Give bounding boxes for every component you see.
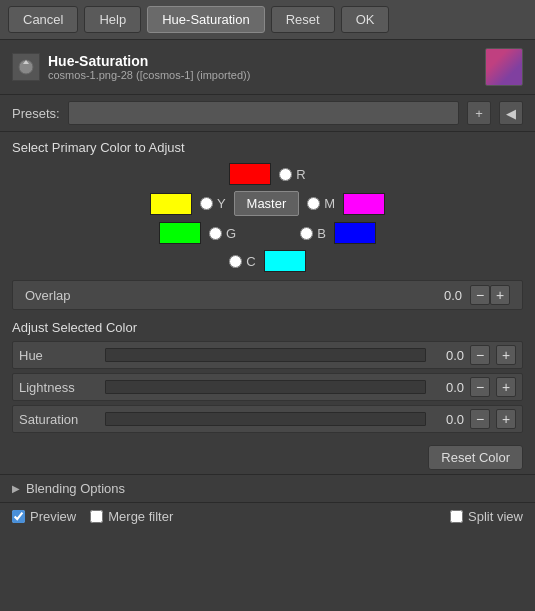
- cancel-button[interactable]: Cancel: [8, 6, 78, 33]
- select-color-title: Select Primary Color to Adjust: [0, 132, 535, 159]
- hue-slider[interactable]: [105, 348, 426, 362]
- c-row: C: [229, 250, 305, 272]
- m-swatch[interactable]: [343, 193, 385, 215]
- hue-increase-button[interactable]: +: [496, 345, 516, 365]
- help-button[interactable]: Help: [84, 6, 141, 33]
- blending-options-row[interactable]: ▶ Blending Options: [0, 474, 535, 502]
- overlap-decrease-button[interactable]: −: [470, 285, 490, 305]
- m-radio-label[interactable]: M: [307, 196, 335, 211]
- master-button[interactable]: Master: [234, 191, 300, 216]
- header: Hue-Saturation cosmos-1.png-28 ([cosmos-…: [0, 40, 535, 95]
- r-label: R: [296, 167, 305, 182]
- b-radio[interactable]: [300, 227, 313, 240]
- blending-arrow-icon: ▶: [12, 483, 20, 494]
- ym-row: Y Master M: [150, 191, 385, 216]
- saturation-value: 0.0: [432, 412, 464, 427]
- toolbar: Cancel Help Hue-Saturation Reset OK: [0, 0, 535, 40]
- lightness-label: Lightness: [19, 380, 99, 395]
- reset-color-button[interactable]: Reset Color: [428, 445, 523, 470]
- header-icon: [12, 53, 40, 81]
- presets-row: Presets: + ◀: [0, 95, 535, 132]
- g-label: G: [226, 226, 236, 241]
- saturation-decrease-button[interactable]: −: [470, 409, 490, 429]
- y-radio[interactable]: [200, 197, 213, 210]
- b-swatch[interactable]: [334, 222, 376, 244]
- y-radio-label[interactable]: Y: [200, 196, 226, 211]
- b-label: B: [317, 226, 326, 241]
- split-view-checkbox[interactable]: [450, 510, 463, 523]
- bottom-bar: Preview Merge filter Split view: [0, 502, 535, 530]
- hue-value: 0.0: [432, 348, 464, 363]
- adjust-title: Adjust Selected Color: [12, 320, 523, 335]
- m-radio[interactable]: [307, 197, 320, 210]
- hue-label: Hue: [19, 348, 99, 363]
- reset-color-row: Reset Color: [0, 441, 535, 474]
- split-view-checkbox-label[interactable]: Split view: [450, 509, 523, 524]
- hue-row: Hue 0.0 − +: [12, 341, 523, 369]
- adjust-section: Adjust Selected Color Hue 0.0 − + Lightn…: [0, 314, 535, 441]
- merge-filter-checkbox[interactable]: [90, 510, 103, 523]
- preview-checkbox-label[interactable]: Preview: [12, 509, 76, 524]
- saturation-increase-button[interactable]: +: [496, 409, 516, 429]
- g-swatch[interactable]: [159, 222, 201, 244]
- lightness-row: Lightness 0.0 − +: [12, 373, 523, 401]
- r-radio-label[interactable]: R: [279, 167, 305, 182]
- presets-select[interactable]: [68, 101, 459, 125]
- hue-decrease-button[interactable]: −: [470, 345, 490, 365]
- y-swatch[interactable]: [150, 193, 192, 215]
- dialog-title: Hue-Saturation: [48, 53, 485, 69]
- gb-row: G B: [159, 222, 376, 244]
- c-label: C: [246, 254, 255, 269]
- thumbnail-preview: [485, 48, 523, 86]
- b-radio-label[interactable]: B: [300, 226, 326, 241]
- dialog-subtitle: cosmos-1.png-28 ([cosmos-1] (imported)): [48, 69, 485, 81]
- reset-button[interactable]: Reset: [271, 6, 335, 33]
- c-radio[interactable]: [229, 255, 242, 268]
- lightness-increase-button[interactable]: +: [496, 377, 516, 397]
- merge-filter-label: Merge filter: [108, 509, 173, 524]
- preset-options-button[interactable]: ◀: [499, 101, 523, 125]
- overlap-row: Overlap 0.0 − +: [12, 280, 523, 310]
- g-radio-label[interactable]: G: [209, 226, 236, 241]
- color-grid: R Y Master M G: [30, 163, 505, 272]
- g-radio[interactable]: [209, 227, 222, 240]
- ok-button[interactable]: OK: [341, 6, 390, 33]
- color-selector: R Y Master M G: [0, 159, 535, 276]
- presets-label: Presets:: [12, 106, 60, 121]
- saturation-slider[interactable]: [105, 412, 426, 426]
- overlap-increase-button[interactable]: +: [490, 285, 510, 305]
- saturation-label: Saturation: [19, 412, 99, 427]
- preview-label: Preview: [30, 509, 76, 524]
- lightness-slider[interactable]: [105, 380, 426, 394]
- blending-options-label: Blending Options: [26, 481, 125, 496]
- c-swatch[interactable]: [264, 250, 306, 272]
- lightness-decrease-button[interactable]: −: [470, 377, 490, 397]
- m-label: M: [324, 196, 335, 211]
- hue-saturation-tab[interactable]: Hue-Saturation: [147, 6, 264, 33]
- y-label: Y: [217, 196, 226, 211]
- saturation-row: Saturation 0.0 − +: [12, 405, 523, 433]
- r-swatch[interactable]: [229, 163, 271, 185]
- overlap-value: 0.0: [444, 288, 462, 303]
- merge-filter-checkbox-label[interactable]: Merge filter: [90, 509, 173, 524]
- header-text: Hue-Saturation cosmos-1.png-28 ([cosmos-…: [48, 53, 485, 81]
- preview-checkbox[interactable]: [12, 510, 25, 523]
- lightness-value: 0.0: [432, 380, 464, 395]
- split-view-label: Split view: [468, 509, 523, 524]
- add-preset-button[interactable]: +: [467, 101, 491, 125]
- r-radio[interactable]: [279, 168, 292, 181]
- r-row: R: [229, 163, 305, 185]
- overlap-label: Overlap: [25, 288, 444, 303]
- c-radio-label[interactable]: C: [229, 254, 255, 269]
